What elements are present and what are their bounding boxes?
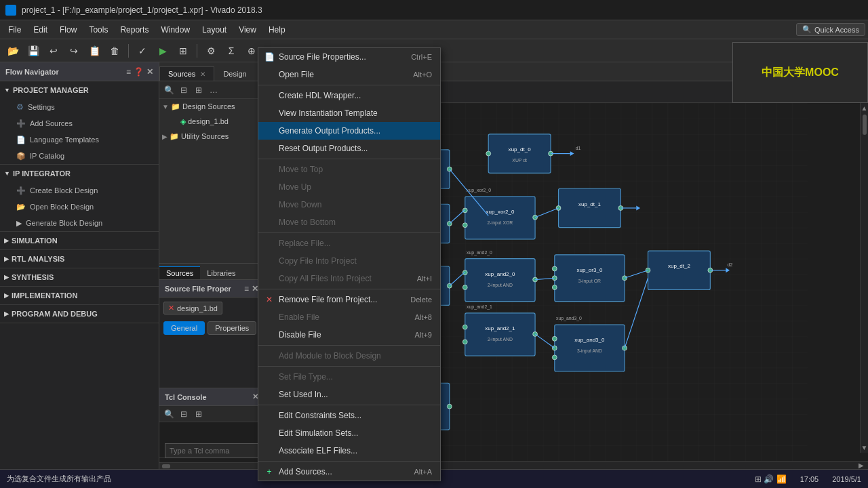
nav-item-ip-catalog[interactable]: 📦 IP Catalog (0, 148, 159, 164)
nav-section-label-impl: IMPLEMENTATION (12, 291, 77, 300)
nav-section-rtl-header[interactable]: ▶ RTL ANALYSIS (0, 250, 159, 268)
nav-item-add-sources[interactable]: ➕ Add Sources (0, 115, 159, 131)
toolbar-settings-btn[interactable]: ⚙ (202, 42, 220, 60)
toolbar-open-btn[interactable]: 📂 (4, 42, 22, 60)
nav-item-settings[interactable]: ⚙ Settings (0, 99, 159, 115)
nav-section-ip-integrator-header[interactable]: ▼ IP INTEGRATOR (0, 165, 159, 182)
sources-search-btn[interactable]: 🔍 (162, 83, 176, 97)
title-bar: project_1 - [F:/ip_example/project_1/pro… (0, 0, 868, 20)
toolbar-run-btn[interactable]: ▶ (154, 42, 172, 60)
menu-help[interactable]: Help (263, 23, 291, 37)
app-logo (5, 5, 16, 16)
bd-scroll-right-arrow[interactable]: ▶ (857, 462, 865, 469)
menu-layout[interactable]: Layout (197, 23, 232, 37)
tab-design[interactable]: Design (214, 66, 255, 81)
create-bd-icon: ➕ (16, 186, 26, 195)
menu-edit[interactable]: Edit (28, 23, 53, 37)
taskbar-time: 17:05 (800, 475, 819, 483)
utility-sources-folder-icon: 📁 (170, 132, 179, 141)
sources-expand-btn[interactable]: ⊞ (192, 83, 205, 97)
toolbar-sum-btn[interactable]: Σ (222, 42, 240, 60)
menu-file[interactable]: File (3, 23, 26, 37)
nav-item-open-bd[interactable]: 📂 Open Block Design (0, 199, 159, 215)
nav-section-synthesis-header[interactable]: ▶ SYNTHESIS (0, 268, 159, 286)
nav-section-label-syn: SYNTHESIS (12, 273, 54, 281)
props-tab-properties[interactable]: Properties (208, 321, 256, 335)
nav-header-icon3[interactable]: ✕ (146, 67, 153, 77)
ctx-remove-file[interactable]: ✕ Remove File from Project... Delete (258, 291, 440, 308)
svg-text:xup_and2_1: xup_and2_1 (467, 304, 492, 310)
nav-item-create-bd[interactable]: ➕ Create Block Design (0, 182, 159, 199)
nav-header-icon1[interactable]: ≡ (126, 67, 131, 77)
ctx-open-file-label: Open File (279, 70, 314, 79)
ctx-edit-simulation[interactable]: Edit Simulation Sets... (258, 424, 440, 442)
tcl-search-btn[interactable]: 🔍 (162, 407, 176, 421)
nav-section-label-pd: PROGRAM AND DEBUG (12, 310, 98, 318)
ctx-reset-output[interactable]: Reset Output Products... (258, 140, 440, 157)
menu-tools[interactable]: Tools (83, 23, 113, 37)
nav-item-generate-bd[interactable]: ▶ Generate Block Design (0, 215, 159, 231)
ctx-view-instantiation[interactable]: View Instantiation Template (258, 104, 440, 122)
svg-text:xup_dt_2: xup_dt_2 (668, 263, 691, 269)
menu-window[interactable]: Window (155, 23, 195, 37)
nav-section-program-debug-header[interactable]: ▶ PROGRAM AND DEBUG (0, 305, 159, 323)
ctx-create-hdl-wrapper[interactable]: Create HDL Wrapper... (258, 87, 440, 104)
tcl-input-field[interactable] (165, 443, 258, 458)
bottom-tab-libraries[interactable]: Libraries (200, 266, 242, 279)
ctx-edit-constraints[interactable]: Edit Constraints Sets... (258, 407, 440, 424)
tree-item-utility-sources[interactable]: ▶ 📁 Utility Sources (159, 129, 264, 144)
ctx-add-module-label: Add Module to Block Design (279, 351, 381, 361)
ctx-enable-file-label: Enable File (279, 312, 319, 322)
quick-access-bar[interactable]: 🔍 Quick Access (796, 23, 865, 36)
tcl-collapse-btn[interactable]: ⊟ (177, 407, 191, 421)
ctx-source-file-properties[interactable]: 📄 Source File Properties... Ctrl+E (258, 48, 440, 66)
ctx-replace-file-label: Replace File... (279, 239, 331, 248)
toolbar-save-btn[interactable]: 💾 (24, 42, 42, 60)
svg-point-80 (447, 404, 452, 409)
design-sources-label: Design Sources (182, 102, 235, 110)
sources-collapse-btn[interactable]: ⊟ (177, 83, 191, 97)
nav-section-simulation-header[interactable]: ▶ SIMULATION (0, 232, 159, 249)
toolbar-undo-btn[interactable]: ↩ (45, 42, 62, 60)
menu-reports[interactable]: Reports (115, 23, 154, 37)
tcl-console-title: Tcl Console (165, 393, 207, 401)
menu-flow[interactable]: Flow (54, 23, 82, 37)
toolbar-validate-btn[interactable]: ✓ (134, 42, 151, 60)
props-tab-general[interactable]: General (163, 321, 205, 335)
bd-scroll-down-arrow[interactable]: ▼ (860, 443, 868, 453)
tree-item-design-bd[interactable]: ◈ design_1.bd (159, 114, 264, 129)
toolbar-delete-btn[interactable]: 🗑 (106, 42, 123, 60)
svg-text:2-input AND: 2-input AND (488, 337, 513, 342)
nav-section-project-manager: ▼ PROJECT MANAGER ⚙ Settings ➕ Add Sourc… (0, 81, 159, 165)
sources-more-btn[interactable]: … (207, 83, 220, 97)
ctx-open-file[interactable]: Open File Alt+O (258, 66, 440, 83)
ctx-move-up-label: Move Up (279, 182, 311, 192)
ctx-disable-file[interactable]: Disable File Alt+9 (258, 326, 440, 344)
menu-view[interactable]: View (233, 23, 262, 37)
bd-scrollbar-vertical[interactable]: ▲ ▼ (860, 103, 868, 453)
ctx-source-file-properties-shortcut: Ctrl+E (411, 53, 432, 61)
nav-header-icon2[interactable]: ❓ (134, 67, 144, 77)
nav-item-language-templates[interactable]: 📄 Language Templates (0, 131, 159, 148)
ctx-add-sources[interactable]: + Add Sources... Alt+A (258, 463, 440, 481)
ctx-set-file-type: Set File Type... (258, 368, 440, 386)
toolbar-grid-btn[interactable]: ⊞ (174, 42, 192, 60)
bottom-tab-sources[interactable]: Sources (159, 266, 200, 279)
svg-point-26 (533, 215, 538, 220)
ctx-associate-elf[interactable]: Associate ELF Files... (258, 442, 440, 460)
taskbar-date: 2019/5/1 (832, 475, 861, 483)
ctx-set-used-in[interactable]: Set Used In... (258, 386, 440, 403)
toolbar-redo-btn[interactable]: ↪ (65, 42, 83, 60)
nav-section-project-manager-header[interactable]: ▼ PROJECT MANAGER (0, 81, 159, 99)
tab-sources[interactable]: Sources ✕ (159, 66, 214, 81)
toolbar-copy-btn[interactable]: 📋 (85, 42, 103, 60)
nav-section-implementation-header[interactable]: ▶ IMPLEMENTATION (0, 287, 159, 304)
bd-scroll-up-arrow[interactable]: ▲ (860, 103, 868, 113)
tcl-clear-btn[interactable]: ⊞ (192, 407, 205, 421)
tab-sources-close[interactable]: ✕ (200, 70, 205, 78)
ctx-generate-output[interactable]: Generate Output Products... (258, 122, 440, 140)
ctx-edit-constraints-label: Edit Constraints Sets... (279, 411, 361, 420)
src-props-icon1[interactable]: ≡ (244, 284, 249, 293)
src-props-header-icons: ≡ ✕ (244, 284, 258, 293)
tree-item-design-sources[interactable]: ▼ 📁 Design Sources (159, 99, 264, 114)
